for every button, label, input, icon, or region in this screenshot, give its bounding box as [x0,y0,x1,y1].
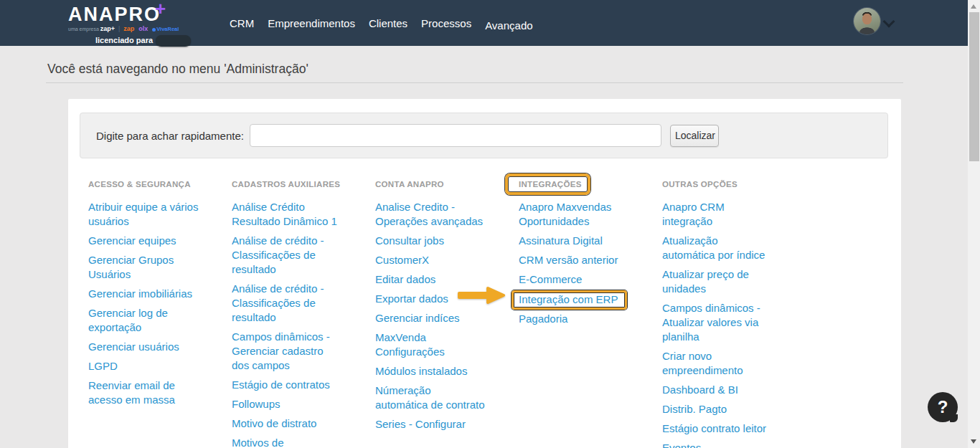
menu-link[interactable]: Dashboard & BI [662,383,773,397]
help-button[interactable]: ? [928,392,958,422]
nav-item-clientes[interactable]: Clientes [369,17,407,29]
menu-link[interactable]: Pagadoria [519,312,630,326]
menu-columns: ACESSO & SEGURANÇAAtribuir equipe a vári… [88,180,806,448]
localizar-button[interactable]: Localizar [670,125,719,147]
menu-link[interactable]: Anapro CRM integração [662,200,773,229]
menu-link[interactable]: Criar novo empreendimento [662,349,773,378]
plus-icon: + [155,0,167,19]
brand-name: ANAPRO [68,4,161,25]
menu-link[interactable]: MaxVenda Configurações [375,330,486,359]
menu-link[interactable]: Atualização automática por índice [662,234,773,262]
search-label: Digite para achar rapidamente: [96,130,244,142]
brand-tagline: uma empresa zap+ | zap olx VivaReal [68,25,179,32]
tagline-prefix: uma empresa [68,27,99,32]
menu-column-heading: INTEGRAÇÕES [519,180,630,191]
menu-link[interactable]: Estágio contrato leitor [662,421,773,436]
tagline-divider: | [118,25,120,32]
nav-item-processos[interactable]: Processos [421,17,471,29]
menu-link[interactable]: E-Commerce [519,272,630,287]
scrollbar-thumb[interactable] [969,12,979,161]
quick-search-input[interactable] [250,124,661,147]
menu-link[interactable]: Campos dinâmicos - Gerenciar cadastro do… [232,330,343,373]
menu-column-heading: ACESSO & SEGURANÇA [88,180,199,191]
vivareal-logo: VivaReal [152,26,179,32]
menu-link[interactable]: Análise de crédito - Classificações de r… [232,282,343,325]
menu-link[interactable]: Gerenciar imobiliárias [88,287,199,301]
menu-link[interactable]: Series - Configurar [375,417,486,432]
menu-link[interactable]: Motivo de distrato [232,416,343,431]
main-nav: CRMEmpreendimentosClientesProcessosAvanç… [230,0,533,46]
menu-column: CONTA ANAPROAnalise Credito - Operações … [375,180,486,448]
menu-column: OUTRAS OPÇÕESAnapro CRM integraçãoAtuali… [662,180,773,448]
menu-link[interactable]: CRM versão anterior [519,253,630,267]
menu-link[interactable]: Assinatura Digital [519,234,630,248]
menu-link[interactable]: Followups [232,397,343,411]
menu-link[interactable]: Gerenciar Grupos Usuários [88,253,199,282]
help-icon: ? [938,397,948,417]
user-avatar[interactable] [854,8,880,34]
menu-column: ACESSO & SEGURANÇAAtribuir equipe a vári… [88,180,199,448]
menu-link[interactable]: Gerenciar usuários [88,340,199,354]
menu-link[interactable]: Campos dinâmicos - Atualizar valores via… [662,301,773,344]
olx-logo: olx [138,25,148,32]
menu-link[interactable]: Gerenciar equipes [88,234,199,248]
menu-column-heading: OUTRAS OPÇÕES [662,180,773,191]
menu-link[interactable]: Númeração automática de contrato [375,383,486,412]
menu-link[interactable]: Integração com ERP [519,292,630,307]
chevron-down-icon[interactable] [883,16,895,28]
menu-column: CADASTROS AUXILIARESAnálise Crédito Resu… [232,180,343,448]
quick-search-panel: Digite para achar rapidamente: Localizar [80,113,888,158]
menu-link[interactable]: Atualizar preço de unidades [662,267,773,296]
menu-link[interactable]: Analise Credito - Operações avançadas [375,200,486,229]
menu-link[interactable]: Anapro Maxvendas Oportunidades [519,200,630,229]
zap-plus-logo: zap+ [100,25,115,32]
menu-link[interactable]: Módulos instalados [375,364,486,378]
admin-menu-card: Digite para achar rapidamente: Localizar… [68,99,901,448]
anapro-logo-text: ANAPRO+ [68,4,179,25]
nav-item-empreendimentos[interactable]: Empreendimentos [268,17,355,29]
menu-link[interactable]: Gerenciar log de exportação [88,306,199,335]
menu-link[interactable]: Gerenciar indíces [375,311,486,325]
menu-link[interactable]: CustomerX [375,253,486,267]
menu-link[interactable]: Análise Crédito Resultado Dinâmico 1 [232,200,343,229]
menu-link[interactable]: Reenviar email de acesso em massa [88,378,199,407]
page-title: Você está navegando no menu 'Administraç… [47,62,308,77]
zap-logo: zap [123,25,134,32]
highlight-box-link: Integração com ERP [512,290,627,310]
menu-link[interactable]: Motivos de cancelamento [232,436,343,448]
menu-column-heading: CADASTROS AUXILIARES [232,180,343,191]
menu-column-heading: CONTA ANAPRO [375,180,486,191]
menu-link[interactable]: Eventos [662,441,773,448]
highlight-box-heading: INTEGRAÇÕES [505,173,590,195]
menu-link[interactable]: Distrib. Pagto [662,402,773,416]
scroll-down-arrow-icon[interactable] [971,439,976,444]
vertical-scrollbar[interactable] [968,0,980,448]
menu-link[interactable]: Editar dados [375,272,486,287]
menu-link[interactable]: LGPD [88,359,199,373]
nav-item-avancado[interactable]: Avançado [485,19,532,32]
vivareal-dot-icon [152,28,156,32]
nav-item-crm[interactable]: CRM [230,17,254,29]
licensed-company-redacted [156,35,191,47]
menu-link[interactable]: Consultar jobs [375,234,486,248]
annotation-arrow-icon [456,287,505,304]
menu-link[interactable]: Atribuir equipe a vários usuários [88,200,199,229]
menu-link[interactable]: Estágio de contratos [232,378,343,392]
menu-column: INTEGRAÇÕESAnapro Maxvendas Oportunidade… [519,180,630,448]
licensed-for-label: licenciado para [95,36,153,44]
scroll-up-arrow-icon[interactable] [971,4,976,9]
licensed-for: licenciado para [95,35,191,47]
anapro-logo[interactable]: ANAPRO+ uma empresa zap+ | zap olx VivaR… [68,4,179,32]
title-divider [46,82,903,83]
menu-link[interactable]: Análise de crédito - Classificações de r… [232,234,343,277]
